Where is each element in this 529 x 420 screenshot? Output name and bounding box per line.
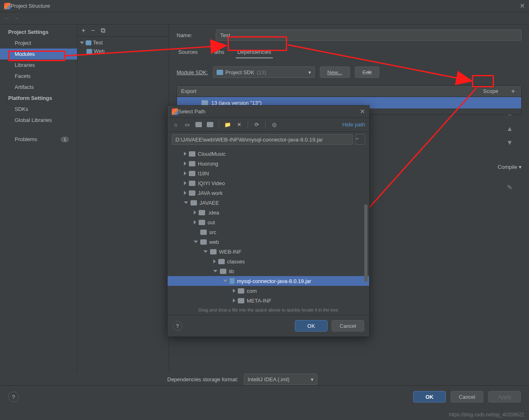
module-dir-icon[interactable] — [206, 121, 214, 129]
problems-label: Problems — [15, 136, 37, 142]
tree-node-selected[interactable]: mysql-connector-java-8.0.19.jar — [168, 276, 369, 286]
new-folder-icon[interactable]: 📁 — [224, 121, 232, 129]
remove-module-icon[interactable]: − — [91, 27, 95, 34]
history-dropdown-icon[interactable]: ⌵ — [355, 134, 365, 145]
expand-icon[interactable] — [80, 42, 84, 44]
dialog-ok-button[interactable]: OK — [295, 320, 328, 332]
tab-sources[interactable]: Sources — [177, 46, 199, 58]
tree-node[interactable]: out — [168, 217, 369, 227]
tree-node[interactable]: CloudMusic — [168, 149, 369, 159]
sdk-folder-icon — [201, 100, 208, 106]
remove-dep-icon[interactable]: − — [505, 110, 515, 120]
ok-button[interactable]: OK — [413, 391, 446, 402]
sidebar-heading-project-settings: Project Settings — [0, 27, 77, 38]
storage-format-dropdown[interactable]: IntelliJ IDEA (.iml) ▾ — [244, 374, 317, 385]
tree-node[interactable]: lib — [168, 266, 369, 276]
jar-icon — [230, 278, 235, 284]
name-input[interactable] — [216, 29, 522, 41]
chevron-down-icon: ▾ — [311, 376, 314, 382]
table-header-export: Export — [181, 88, 476, 94]
add-dependency-button[interactable]: + — [505, 88, 521, 95]
move-down-icon[interactable]: ▼ — [505, 138, 515, 148]
move-up-icon[interactable]: ▲ — [505, 124, 515, 134]
sidebar-item-sdks[interactable]: SDKs — [0, 104, 77, 115]
edit-sdk-button[interactable]: Edit — [355, 66, 379, 78]
sidebar-item-facets[interactable]: Facets — [0, 71, 77, 82]
sidebar-item-project[interactable]: Project — [0, 38, 77, 49]
module-icon — [86, 40, 91, 45]
storage-label: Dependencies storage format: — [167, 376, 238, 382]
select-path-dialog: Select Path ✕ ⌂ ▭ 📁 ✕ ⟳ ◎ Hide path ⌵ Cl… — [167, 105, 370, 337]
drag-hint: Drag and drop a file into the space abov… — [168, 305, 369, 315]
web-facet-icon — [86, 49, 92, 54]
show-hidden-icon[interactable]: ◎ — [270, 121, 278, 129]
delete-icon[interactable]: ✕ — [235, 121, 243, 129]
table-header-scope: Scope — [476, 88, 505, 94]
file-tree: CloudMusic Huorong I18N IQIYI Video JAVA… — [168, 147, 369, 305]
facet-node[interactable]: Web — [77, 47, 169, 55]
chevron-down-icon: ▾ — [308, 69, 311, 75]
module-sdk-dropdown[interactable]: Project SDK (13) ▾ — [213, 66, 315, 78]
tree-node[interactable]: Huorong — [168, 159, 369, 168]
problems-count-badge: 1 — [61, 137, 69, 142]
copy-module-icon[interactable]: ⧉ — [101, 27, 105, 34]
dialog-help-button[interactable]: ? — [173, 321, 182, 331]
sidebar-item-modules[interactable]: Modules — [0, 49, 77, 60]
module-tree-panel: + − ⧉ Test Web — [77, 24, 169, 371]
module-sdk-label: Module SDK: — [177, 69, 208, 75]
new-sdk-button[interactable]: New... — [320, 66, 350, 78]
tree-node[interactable]: IQIYI Video — [168, 178, 369, 188]
apply-button[interactable]: Apply — [488, 391, 521, 402]
add-module-icon[interactable]: + — [82, 27, 85, 34]
scope-dropdown[interactable]: Compile▾ — [498, 164, 522, 170]
scrollbar[interactable] — [364, 204, 367, 282]
path-input[interactable] — [172, 134, 353, 145]
tree-node[interactable]: classes — [168, 256, 369, 266]
sdk-value-prefix: Project SDK — [226, 69, 255, 75]
edit-dep-icon[interactable]: ✎ — [505, 182, 515, 192]
help-button[interactable]: ? — [8, 391, 19, 402]
tree-node[interactable]: com — [168, 286, 369, 296]
project-dir-icon[interactable] — [195, 121, 203, 129]
tree-node[interactable]: JAVAEE — [168, 198, 369, 208]
sidebar-item-problems[interactable]: Problems 1 — [0, 134, 77, 145]
hide-path-link[interactable]: Hide path — [342, 122, 365, 128]
sidebar-item-global-libraries[interactable]: Global Libraries — [0, 115, 77, 126]
tree-node[interactable]: web — [168, 237, 369, 247]
module-label: Test — [93, 40, 103, 46]
tree-node[interactable]: I18N — [168, 168, 369, 178]
sidebar-heading-platform-settings: Platform Settings — [0, 93, 77, 104]
tree-node[interactable]: src — [168, 227, 369, 237]
tab-paths[interactable]: Paths — [209, 46, 226, 58]
tab-dependencies[interactable]: Dependencies — [236, 46, 273, 58]
sdk-value-suffix: (13) — [257, 69, 266, 75]
sdk-icon — [217, 70, 223, 75]
tree-node[interactable]: WEB-INF — [168, 247, 369, 256]
sidebar: Project Settings Project Modules Librari… — [0, 24, 77, 371]
app-icon — [4, 3, 11, 9]
back-icon[interactable]: ← — [4, 15, 9, 21]
module-node[interactable]: Test — [77, 38, 169, 47]
tree-node[interactable]: META-INF — [168, 296, 369, 305]
watermark-text: https://blog.csdn.net/qq_40209622 — [449, 412, 524, 418]
desktop-icon[interactable]: ▭ — [183, 121, 191, 129]
sidebar-item-artifacts[interactable]: Artifacts — [0, 82, 77, 93]
dialog-title: Select Path — [178, 108, 206, 115]
dialog-close-icon[interactable]: ✕ — [360, 108, 365, 115]
name-label: Name: — [177, 32, 209, 38]
facet-label: Web — [94, 48, 105, 54]
tree-node[interactable]: JAVA work — [168, 188, 369, 198]
app-icon — [172, 108, 178, 115]
tree-node[interactable]: .idea — [168, 208, 369, 217]
window-title: Project Structure — [11, 3, 50, 9]
sidebar-item-libraries[interactable]: Libraries — [0, 60, 77, 71]
cancel-button[interactable]: Cancel — [451, 391, 483, 402]
dialog-cancel-button[interactable]: Cancel — [332, 320, 364, 332]
close-icon[interactable]: ✕ — [520, 2, 525, 10]
forward-icon[interactable]: → — [13, 15, 19, 21]
refresh-icon[interactable]: ⟳ — [252, 121, 261, 129]
home-icon[interactable]: ⌂ — [172, 121, 180, 129]
